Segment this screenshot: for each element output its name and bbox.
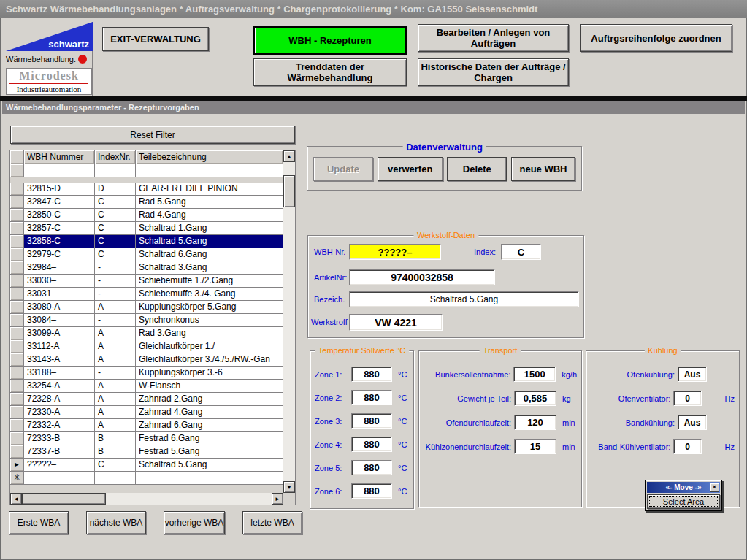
table-cell[interactable]: C: [95, 209, 136, 222]
table-cell[interactable]: 72328-A: [24, 393, 95, 406]
neue-wbh-button[interactable]: neue WBH: [511, 157, 575, 181]
table-row[interactable]: 32850-CCRad 4.Gang: [10, 209, 283, 222]
row-selector[interactable]: [10, 406, 24, 419]
letzte-wba-button[interactable]: letzte WBA: [242, 511, 302, 534]
werkstoff-field[interactable]: VW 4221: [349, 314, 443, 331]
row-selector[interactable]: [10, 367, 24, 380]
historische-daten-button[interactable]: Historische Daten der Aufträge / Chargen: [418, 58, 569, 86]
table-cell[interactable]: Schiebemuffe 3./4. Gang: [136, 288, 283, 301]
index-field[interactable]: C: [501, 244, 541, 260]
table-cell[interactable]: Schaltrad 3.Gang: [136, 261, 283, 275]
table-cell[interactable]: Kupplungskörper 5.Gang: [136, 301, 283, 314]
table-cell[interactable]: 33099-A: [24, 327, 95, 340]
table-cell[interactable]: 32858-C: [24, 235, 95, 248]
exit-verwaltung-button[interactable]: EXIT-VERWALTUNG: [102, 27, 209, 51]
table-row[interactable]: 33080-AAKupplungskörper 5.Gang: [10, 301, 283, 314]
column-header-indexnr[interactable]: IndexNr.: [95, 150, 136, 164]
row-selector[interactable]: [10, 432, 24, 445]
auftragsreihenfolge-button[interactable]: Auftrgsreihenfolge zuordnen: [580, 24, 732, 52]
bearbeiten-anlegen-button[interactable]: Bearbeiten / Anlegen von Aufträgen: [418, 24, 569, 52]
column-header-wbh-nummer[interactable]: WBH Nummer: [24, 150, 95, 164]
table-cell[interactable]: Festrad 6.Gang: [136, 432, 283, 445]
row-selector[interactable]: [10, 196, 24, 209]
table-cell[interactable]: 32850-C: [24, 209, 95, 222]
wbh-rezepturen-button[interactable]: WBH - Rezepturen: [253, 26, 407, 55]
row-selector[interactable]: [10, 222, 24, 235]
transport-value-field[interactable]: 1500: [513, 367, 556, 382]
table-cell[interactable]: Zahnrad 2.Gang: [136, 393, 283, 406]
table-cell[interactable]: A: [95, 380, 136, 393]
row-selector[interactable]: [10, 235, 24, 248]
table-row[interactable]: 32858-CCSchaltrad 5.Gang: [10, 235, 283, 248]
table-cell[interactable]: Kupplungskörper 3.-6: [136, 367, 283, 380]
artikelnr-field[interactable]: 97400032858: [349, 269, 495, 285]
table-cell[interactable]: Gleichlaufkörper 1./: [136, 340, 283, 353]
table-row[interactable]: ►?????–CSchaltrad 5.Gang: [10, 459, 283, 472]
table-cell[interactable]: Schaltrad 5.Gang: [136, 235, 283, 248]
transport-value-field[interactable]: 0,585: [514, 391, 556, 406]
table-cell[interactable]: 33031–: [24, 288, 95, 301]
kuehlung-value-field[interactable]: Aus: [678, 367, 707, 382]
table-cell[interactable]: ?????–: [24, 459, 95, 472]
row-selector[interactable]: [10, 209, 24, 222]
table-cell[interactable]: A: [95, 353, 136, 367]
temperatur-value-field[interactable]: 880: [351, 437, 392, 452]
temperatur-value-field[interactable]: 880: [351, 390, 392, 405]
move-tool-window[interactable]: «- Move -» × Select Area: [645, 480, 722, 511]
table-row[interactable]: 33112-AAGleichlaufkörper 1./: [10, 340, 283, 353]
column-header-teilebezeichnung[interactable]: Teilebezeichnung: [136, 150, 283, 164]
filter-row[interactable]: [10, 164, 283, 177]
select-area-button[interactable]: Select Area: [647, 494, 720, 509]
row-selector[interactable]: [10, 248, 24, 261]
row-selector[interactable]: [10, 353, 24, 367]
scroll-down-icon[interactable]: ▼: [283, 481, 295, 493]
trenddaten-button[interactable]: Trenddaten der Wärmebehandlung: [253, 58, 407, 86]
table-cell[interactable]: A: [95, 406, 136, 419]
wbh-nr-field[interactable]: ?????–: [349, 244, 441, 260]
table-cell[interactable]: A: [95, 419, 136, 432]
table-cell[interactable]: B: [95, 432, 136, 445]
table-cell[interactable]: GEAR-FRT DIFF PINION: [136, 183, 283, 196]
row-selector[interactable]: [10, 183, 24, 196]
table-row[interactable]: 32857-CCSchaltrad 1.Gang: [10, 222, 283, 235]
table-cell[interactable]: 72332-A: [24, 419, 95, 432]
vorherige-wba-button[interactable]: vorherige WBA: [164, 511, 225, 534]
table-cell[interactable]: 32847-C: [24, 196, 95, 209]
table-cell[interactable]: 32979-C: [24, 248, 95, 261]
row-selector[interactable]: [10, 340, 24, 353]
vertical-scrollbar[interactable]: ▲ ▼: [283, 150, 295, 493]
table-cell[interactable]: 32815-D: [24, 183, 95, 196]
close-icon[interactable]: ×: [710, 483, 719, 492]
table-row[interactable]: 72337-BBFestrad 5.Gang: [10, 445, 283, 459]
table-cell[interactable]: Festrad 5.Gang: [136, 445, 283, 459]
table-cell[interactable]: A: [95, 327, 136, 340]
kuehlung-value-field[interactable]: Aus: [678, 415, 707, 430]
table-cell[interactable]: [95, 472, 136, 485]
table-cell[interactable]: 33080-A: [24, 301, 95, 314]
row-selector[interactable]: [10, 445, 24, 459]
row-selector[interactable]: [10, 288, 24, 301]
erste-wba-button[interactable]: Erste WBA: [9, 511, 69, 534]
table-cell[interactable]: Schaltrad 5.Gang: [136, 459, 283, 472]
temperatur-value-field[interactable]: 880: [351, 460, 392, 475]
row-selector[interactable]: [10, 261, 24, 275]
table-cell[interactable]: [24, 472, 95, 485]
table-cell[interactable]: A: [95, 301, 136, 314]
row-selector[interactable]: [10, 301, 24, 314]
table-row[interactable]: 33143-AAGleichlaufkörper 3./4./5./RW.-Ga…: [10, 353, 283, 367]
table-cell[interactable]: C: [95, 459, 136, 472]
transport-value-field[interactable]: 120: [514, 415, 556, 430]
transport-value-field[interactable]: 15: [514, 439, 556, 454]
row-selector[interactable]: [10, 393, 24, 406]
filter-wbh-nummer-input[interactable]: [24, 164, 95, 177]
delete-button[interactable]: Delete: [447, 157, 507, 181]
table-row[interactable]: 33254-AAW-Flansch: [10, 380, 283, 393]
table-cell[interactable]: A: [95, 393, 136, 406]
table-row[interactable]: 33030–-Schiebemuffe 1./2.Gang: [10, 275, 283, 288]
table-cell[interactable]: Rad 5.Gang: [136, 196, 283, 209]
row-selector[interactable]: [10, 275, 24, 288]
table-cell[interactable]: -: [95, 275, 136, 288]
table-row[interactable]: 32815-DDGEAR-FRT DIFF PINION: [10, 183, 283, 196]
table-cell[interactable]: Zahnrad 6.Gang: [136, 419, 283, 432]
temperatur-value-field[interactable]: 880: [351, 483, 392, 499]
